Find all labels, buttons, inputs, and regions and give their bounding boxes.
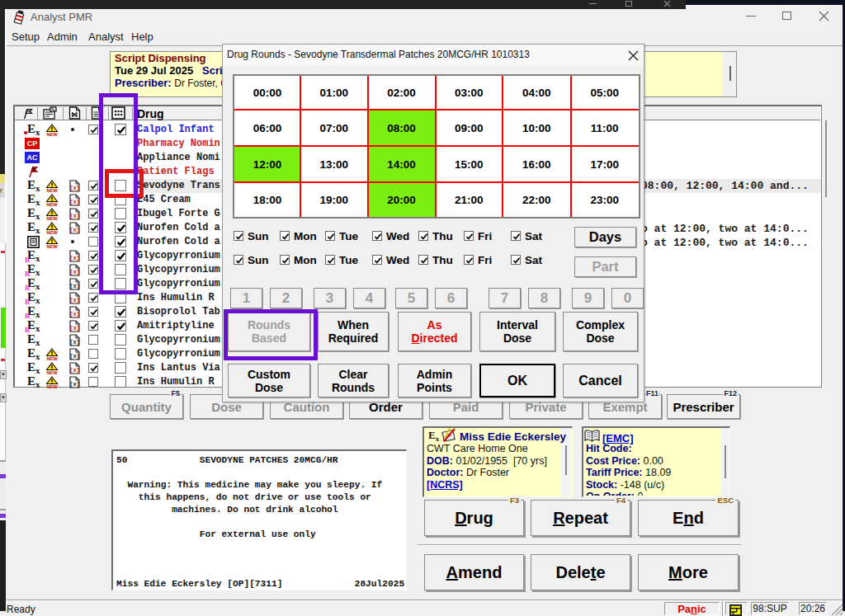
svg-text:[x]: [x]: [69, 269, 80, 275]
svg-text:NEW: NEW: [46, 188, 58, 192]
svg-text:[x]: [x]: [69, 353, 80, 360]
svg-text:[x]: [x]: [69, 339, 80, 346]
svg-text:NEW: NEW: [46, 202, 58, 206]
svg-text:[x]: [x]: [69, 381, 80, 388]
svg-text:[x]: [x]: [69, 199, 80, 205]
svg-text:[x]: [x]: [69, 325, 80, 332]
svg-text:[x]: [x]: [69, 311, 80, 317]
svg-text:[x]: [x]: [69, 367, 80, 374]
svg-text:[x]: [x]: [69, 227, 80, 233]
svg-text:NEW: NEW: [46, 230, 58, 234]
svg-text:[x]: [x]: [69, 283, 80, 289]
svg-text:NEW: NEW: [46, 384, 58, 388]
svg-text:[x]: [x]: [69, 255, 80, 261]
svg-text:NEW: NEW: [46, 244, 58, 248]
svg-text:[x]: [x]: [69, 213, 80, 219]
svg-text:[x]: [x]: [69, 185, 80, 191]
svg-text:NEW: NEW: [46, 132, 58, 136]
svg-text:NEW: NEW: [46, 370, 58, 374]
svg-text:NEW: NEW: [46, 356, 58, 360]
svg-text:[x]: [x]: [69, 297, 80, 303]
svg-text:NEW: NEW: [46, 216, 58, 220]
